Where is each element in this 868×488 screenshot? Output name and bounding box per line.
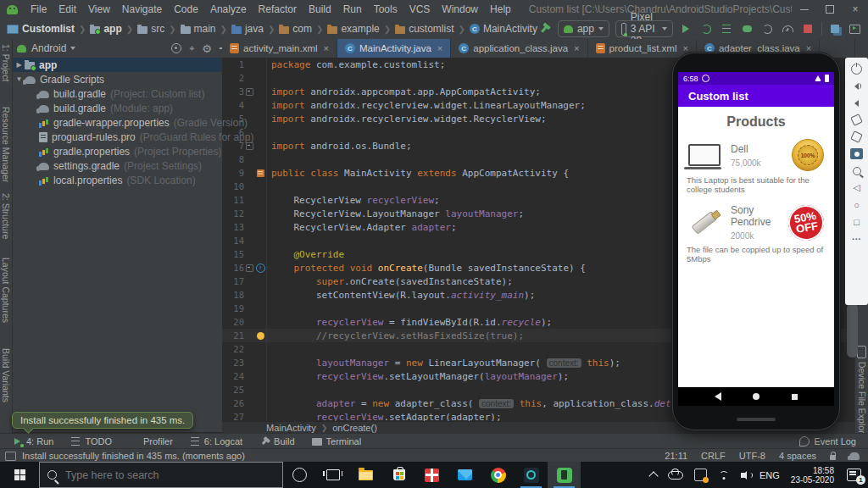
- tab-mainactivity-java[interactable]: CMainActivity.java×: [337, 39, 451, 58]
- apply-code-changes-button[interactable]: [720, 22, 734, 36]
- toolwindow-terminal[interactable]: Terminal: [312, 436, 362, 446]
- run-config-dropdown[interactable]: app: [558, 20, 609, 37]
- product-row[interactable]: Sony Pendrive2000k50%OFF: [678, 200, 834, 242]
- fold-marker-icon[interactable]: [246, 88, 253, 96]
- menu-item-build[interactable]: Build: [303, 3, 337, 15]
- collapse-all-icon[interactable]: ⌖: [189, 43, 194, 54]
- breadcrumb-item-customlist[interactable]: customlist: [395, 23, 453, 35]
- device-file-explorer-icon[interactable]: [857, 346, 866, 358]
- breadcrumb-item-example[interactable]: example: [327, 23, 379, 35]
- chrome-icon[interactable]: [481, 462, 515, 488]
- profiler-button[interactable]: [781, 22, 795, 36]
- tab-close-icon[interactable]: ×: [437, 43, 442, 53]
- menu-item-analyze[interactable]: Analyze: [204, 3, 253, 15]
- device-dropdown[interactable]: Pixel 3 API 29: [615, 20, 673, 37]
- android-studio-taskbar-icon[interactable]: [515, 462, 548, 488]
- file-explorer-icon[interactable]: [349, 462, 382, 488]
- project-view-selector[interactable]: Android: [31, 42, 66, 54]
- menu-item-run[interactable]: Run: [337, 3, 368, 15]
- menu-item-view[interactable]: View: [82, 3, 116, 15]
- locate-file-icon[interactable]: [171, 43, 181, 53]
- status-item-21-11[interactable]: 21:11: [665, 451, 687, 461]
- nav-overview-icon[interactable]: [792, 394, 798, 400]
- tab-close-icon[interactable]: ×: [682, 43, 687, 53]
- emulator-zoom-icon[interactable]: [850, 164, 863, 177]
- toolwindow-todo[interactable]: TODO: [70, 436, 112, 446]
- menu-item-edit[interactable]: Edit: [53, 3, 82, 15]
- tool-strip--project[interactable]: 1: Project: [1, 44, 11, 81]
- volume-tray-icon[interactable]: [741, 473, 745, 478]
- project-structure-button[interactable]: [827, 22, 842, 36]
- tree-item-gradle-wrapper-properties[interactable]: gradle-wrapper.properties(Gradle Version…: [12, 115, 222, 130]
- gradle-icon[interactable]: [849, 452, 860, 460]
- breadcrumb-item-mainactivity[interactable]: CMainActivity: [470, 23, 537, 35]
- emulator-screen[interactable]: 6:58 Custom list Products Dell75,000k100…: [678, 72, 834, 406]
- attach-debugger-button[interactable]: [760, 22, 775, 36]
- tab-application-class-java[interactable]: Capplication_class.java×: [451, 39, 587, 58]
- debug-button[interactable]: [740, 22, 754, 36]
- build-hammer-icon[interactable]: [537, 22, 552, 36]
- status-item-4-spaces[interactable]: 4 spaces: [779, 451, 816, 461]
- nav-home-icon[interactable]: [753, 393, 760, 400]
- language-indicator[interactable]: ENG: [760, 470, 780, 480]
- maximize-button[interactable]: [817, 0, 843, 19]
- status-item-utf-8[interactable]: UTF-8: [739, 451, 765, 461]
- menu-item-navigate[interactable]: Navigate: [116, 3, 168, 15]
- override-gutter-icon[interactable]: ↑: [256, 263, 265, 273]
- toolwindow-build[interactable]: Build: [259, 436, 294, 446]
- emulator-taskbar-icon[interactable]: [548, 462, 581, 488]
- nav-back-icon[interactable]: [715, 392, 721, 401]
- close-button[interactable]: ×: [843, 0, 868, 19]
- tree-item-build-gradle[interactable]: build.gradle(Module: app): [12, 101, 222, 115]
- tab-close-icon[interactable]: ×: [324, 43, 329, 53]
- menu-item-code[interactable]: Code: [168, 3, 204, 15]
- search-input[interactable]: [64, 469, 236, 482]
- fold-marker-icon[interactable]: [246, 264, 253, 272]
- run-button[interactable]: [679, 22, 693, 36]
- menu-item-help[interactable]: Help: [484, 3, 517, 15]
- menu-item-vcs[interactable]: VCS: [403, 3, 437, 15]
- toolwindow-4-run[interactable]: 4: Run: [12, 436, 53, 446]
- lock-icon[interactable]: [830, 455, 836, 460]
- show-hidden-icons-chevron[interactable]: [648, 471, 658, 480]
- breadcrumb-item-customlist[interactable]: Customlist: [7, 23, 75, 35]
- tab-close-icon[interactable]: ×: [574, 43, 579, 53]
- gift-app-icon[interactable]: [415, 462, 448, 488]
- notification-center-icon[interactable]: 1: [847, 469, 861, 481]
- apply-changes-button[interactable]: [699, 22, 714, 36]
- security-tray-icon[interactable]: [694, 469, 707, 481]
- emulator-volume-down-icon[interactable]: [850, 97, 863, 109]
- onedrive-icon[interactable]: [668, 471, 683, 480]
- tree-item-settings-gradle[interactable]: settings.gradle(Project Settings): [12, 158, 222, 173]
- tab-activity-main-xml[interactable]: activity_main.xml×: [222, 39, 337, 58]
- task-view-button[interactable]: [316, 462, 349, 488]
- tab-product-list-xml[interactable]: product_list.xml×: [588, 39, 697, 58]
- gear-icon[interactable]: ⚙: [202, 43, 212, 54]
- breadcrumb-item-app[interactable]: app: [90, 23, 121, 35]
- tree-item-build-gradle[interactable]: build.gradle(Project: Custom list): [12, 86, 222, 101]
- toolwindow-profiler[interactable]: Profiler: [129, 436, 173, 446]
- toolwindow-toggle-icon[interactable]: [5, 452, 16, 461]
- breadcrumb-item-main[interactable]: main: [181, 23, 216, 35]
- breadcrumb-item-src[interactable]: src: [137, 23, 164, 35]
- tree-item-gradle-scripts[interactable]: ▼Gradle Scripts: [12, 72, 222, 86]
- emulator-rotate-left-icon[interactable]: [850, 114, 863, 126]
- tree-item-gradle-properties[interactable]: gradle.properties(Project Properties): [12, 144, 222, 158]
- minimize-button[interactable]: [792, 0, 817, 19]
- avd-manager-button[interactable]: [848, 22, 862, 36]
- emulator-more-icon[interactable]: ···: [850, 232, 863, 245]
- stop-button[interactable]: [801, 22, 815, 36]
- breadcrumb-item-java[interactable]: java: [231, 23, 264, 35]
- tool-strip-resource-manager[interactable]: Resource Manager: [1, 107, 11, 182]
- menu-item-tools[interactable]: Tools: [368, 3, 403, 15]
- microsoft-store-icon[interactable]: [382, 462, 415, 488]
- start-button[interactable]: [0, 462, 39, 488]
- device-file-explorer-label[interactable]: Device File Explorer: [857, 362, 867, 441]
- layout-file-gutter-icon[interactable]: [257, 169, 264, 177]
- emulator-home-icon[interactable]: ○: [850, 198, 863, 211]
- intention-bulb-icon[interactable]: [257, 332, 264, 340]
- tool-strip-build-variants[interactable]: Build Variants: [1, 348, 11, 402]
- wifi-tray-icon[interactable]: [718, 471, 730, 480]
- emulator-rotate-right-icon[interactable]: [850, 130, 863, 143]
- taskbar-search[interactable]: [39, 462, 283, 488]
